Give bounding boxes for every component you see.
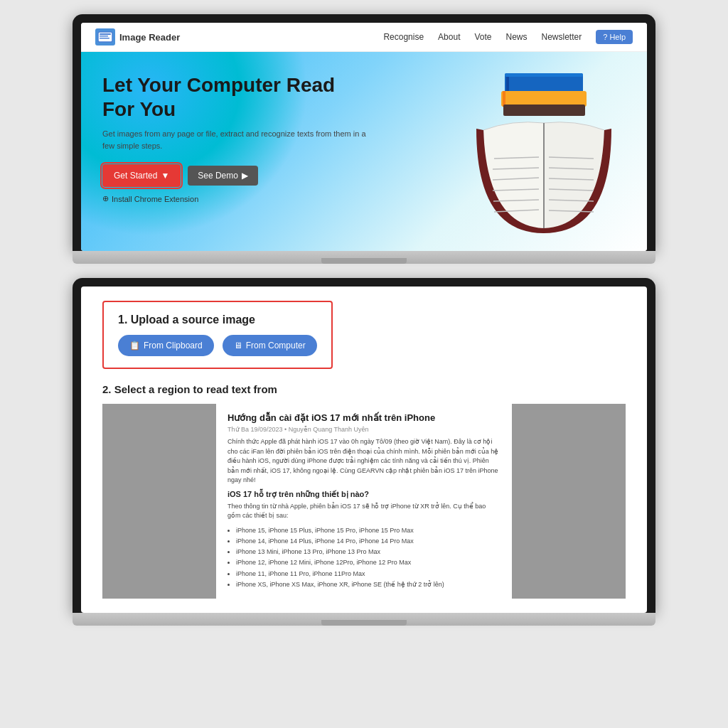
nav-news[interactable]: News — [506, 32, 528, 42]
hero-content: Let Your Computer Read For You Get image… — [102, 73, 373, 203]
logo-icon — [95, 28, 115, 46]
bottom-laptop: 1. Upload a source image 📋 From Clipboar… — [73, 278, 655, 626]
play-icon: ▶ — [242, 171, 248, 181]
upload-buttons: 📋 From Clipboard 🖥 From Computer — [118, 335, 317, 356]
clipboard-icon: 📋 — [129, 341, 140, 350]
list-item: iPhone XS, iPhone XS Max, iPhone XR, iPh… — [236, 579, 500, 590]
list-item: iPhone 12, iPhone 12 Mini, iPhone 12Pro,… — [236, 557, 500, 568]
svg-rect-3 — [100, 38, 109, 39]
list-item: iPhone 15, iPhone 15 Plus, iPhone 15 Pro… — [236, 525, 500, 536]
article-list: iPhone 15, iPhone 15 Plus, iPhone 15 Pro… — [228, 525, 500, 591]
logo: Image Reader — [95, 28, 180, 46]
chevron-down-icon: ▼ — [161, 171, 169, 181]
get-started-button[interactable]: Get Started ▼ — [102, 164, 181, 187]
svg-rect-6 — [505, 73, 583, 77]
bottom-content: 1. Upload a source image 📋 From Clipboar… — [81, 287, 647, 613]
hero-buttons: Get Started ▼ See Demo ▶ — [102, 164, 373, 187]
svg-rect-9 — [503, 105, 585, 116]
chrome-extension-button[interactable]: ⊕ Install Chrome Extension — [102, 194, 198, 203]
chrome-icon: ⊕ — [102, 194, 109, 203]
screen-outer-bottom: 1. Upload a source image 📋 From Clipboar… — [73, 278, 655, 613]
screen-inner-bottom: 1. Upload a source image 📋 From Clipboar… — [81, 287, 647, 613]
article-section-title: iOS 17 hỗ trợ trên những thiết bị nào? — [228, 490, 500, 499]
svg-rect-1 — [100, 33, 111, 35]
help-button[interactable]: ? Help — [596, 30, 633, 44]
nav-about[interactable]: About — [438, 32, 460, 42]
screen-outer-top: Image Reader Recognise About Vote News N… — [73, 14, 655, 251]
nav-vote[interactable]: Vote — [474, 32, 491, 42]
top-laptop: Image Reader Recognise About Vote News N… — [73, 14, 655, 264]
select-region-title: 2. Select a region to read text from — [102, 383, 626, 395]
screen-inner-top: Image Reader Recognise About Vote News N… — [81, 23, 647, 251]
navbar: Image Reader Recognise About Vote News N… — [81, 23, 647, 52]
nav-newsletter[interactable]: Newsletter — [542, 32, 582, 42]
hero-title: Let Your Computer Read For You — [102, 73, 373, 121]
hero-section: Let Your Computer Read For You Get image… — [81, 52, 647, 251]
hero-subtitle: Get images from any page or file, extrac… — [102, 128, 373, 151]
grey-left — [102, 404, 216, 599]
from-computer-button[interactable]: 🖥 From Computer — [223, 335, 317, 356]
svg-rect-2 — [100, 36, 108, 37]
list-item: iPhone 14, iPhone 14 Plus, iPhone 14 Pro… — [236, 536, 500, 547]
article-title: Hướng dẫn cài đặt iOS 17 mới nhất trên i… — [228, 412, 500, 423]
nav-links: Recognise About Vote News Newsletter ? H… — [383, 30, 633, 44]
upload-title: 1. Upload a source image — [118, 314, 317, 326]
article-preview: Hướng dẫn cài đặt iOS 17 mới nhất trên i… — [102, 404, 626, 599]
article-content: Hướng dẫn cài đặt iOS 17 mới nhất trên i… — [216, 404, 512, 599]
svg-rect-7 — [501, 91, 587, 107]
upload-section: 1. Upload a source image 📋 From Clipboar… — [102, 301, 333, 369]
grey-right — [512, 404, 626, 599]
svg-rect-8 — [503, 91, 505, 107]
from-clipboard-button[interactable]: 📋 From Clipboard — [118, 335, 214, 356]
article-body-1: Chính thức Apple đã phát hành iOS 17 vào… — [228, 437, 500, 486]
article-meta: Thứ Ba 19/09/2023 • Nguyễn Quang Thanh U… — [228, 426, 500, 433]
article-body-2: Theo thông tin từ nhà Apple, phiên bản i… — [228, 502, 500, 521]
list-item: iPhone 13 Mini, iPhone 13 Pro, iPhone 13… — [236, 547, 500, 557]
book-illustration — [462, 66, 619, 237]
laptop-base-bottom — [73, 613, 655, 626]
nav-recognise[interactable]: Recognise — [383, 32, 424, 42]
see-demo-button[interactable]: See Demo ▶ — [188, 166, 258, 186]
logo-text: Image Reader — [119, 32, 180, 43]
computer-icon: 🖥 — [234, 341, 242, 350]
laptop-base-top — [73, 251, 655, 264]
list-item: iPhone 11, iPhone 11 Pro, iPhone 11Pro M… — [236, 569, 500, 579]
